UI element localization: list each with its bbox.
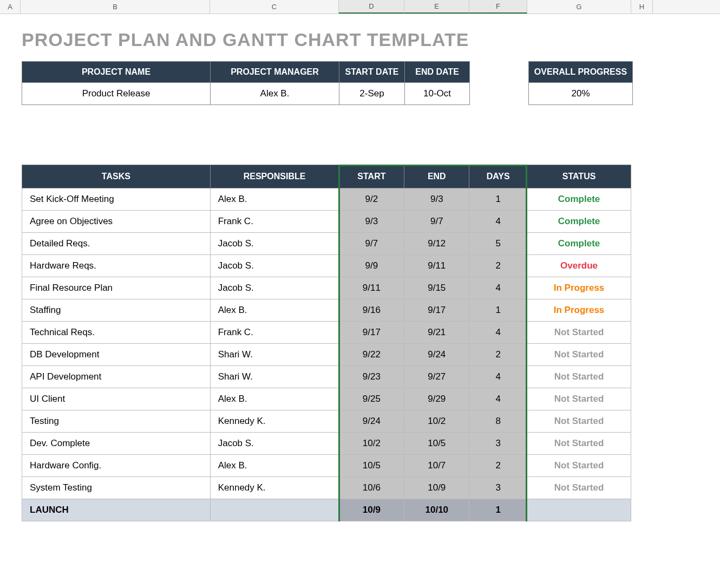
header-status[interactable]: STATUS: [527, 165, 631, 188]
cell-days[interactable]: 2: [469, 455, 527, 477]
cell-start[interactable]: 9/3: [339, 211, 404, 233]
cell-responsible[interactable]: Frank C.: [210, 322, 339, 344]
cell-days[interactable]: 4: [469, 322, 527, 344]
cell-end[interactable]: 9/21: [404, 322, 469, 344]
cell-task[interactable]: LAUNCH: [22, 499, 211, 521]
column-header-d[interactable]: D: [339, 0, 404, 14]
cell-days[interactable]: 8: [469, 410, 527, 433]
cell-start[interactable]: 9/24: [339, 410, 404, 433]
cell-responsible[interactable]: Jacob S.: [210, 255, 339, 277]
cell-status[interactable]: Not Started: [527, 344, 631, 366]
header-start[interactable]: START: [339, 165, 404, 188]
cell-end[interactable]: 9/24: [404, 344, 469, 366]
cell-responsible[interactable]: Kennedy K.: [210, 410, 339, 433]
cell-status[interactable]: Not Started: [527, 477, 631, 499]
cell-start[interactable]: 10/2: [339, 433, 404, 455]
cell-project-manager[interactable]: Alex B.: [211, 83, 339, 105]
cell-end[interactable]: 9/3: [404, 188, 469, 211]
cell-end[interactable]: 10/9: [404, 477, 469, 499]
cell-end[interactable]: 10/5: [404, 433, 469, 455]
cell-project-name[interactable]: Product Release: [22, 83, 211, 105]
cell-days[interactable]: 5: [469, 233, 527, 255]
cell-status[interactable]: Not Started: [527, 433, 631, 455]
cell-status[interactable]: In Progress: [527, 299, 631, 322]
cell-responsible[interactable]: Jacob S.: [210, 277, 339, 299]
cell-start[interactable]: 9/7: [339, 233, 404, 255]
column-header-b[interactable]: B: [21, 0, 210, 14]
header-overall-progress[interactable]: OVERALL PROGRESS: [529, 62, 633, 83]
cell-start[interactable]: 9/25: [339, 388, 404, 410]
cell-task[interactable]: Final Resource Plan: [22, 277, 211, 299]
cell-task[interactable]: Detailed Reqs.: [22, 233, 211, 255]
cell-start[interactable]: 9/16: [339, 299, 404, 322]
cell-end[interactable]: 9/29: [404, 388, 469, 410]
cell-task[interactable]: Hardware Config.: [22, 455, 211, 477]
cell-task[interactable]: System Testing: [22, 477, 211, 499]
cell-start[interactable]: 9/22: [339, 344, 404, 366]
cell-start[interactable]: 10/6: [339, 477, 404, 499]
cell-responsible[interactable]: Frank C.: [210, 211, 339, 233]
column-header-a[interactable]: A: [0, 0, 21, 14]
cell-task[interactable]: Hardware Reqs.: [22, 255, 211, 277]
cell-start[interactable]: 9/17: [339, 322, 404, 344]
column-header-h[interactable]: H: [631, 0, 653, 14]
cell-responsible[interactable]: Jacob S.: [210, 433, 339, 455]
header-project-manager[interactable]: PROJECT MANAGER: [211, 62, 339, 83]
cell-status[interactable]: Not Started: [527, 455, 631, 477]
cell-task[interactable]: DB Development: [22, 344, 211, 366]
cell-days[interactable]: 4: [469, 211, 527, 233]
cell-status[interactable]: In Progress: [527, 277, 631, 299]
cell-status[interactable]: Not Started: [527, 366, 631, 388]
header-project-name[interactable]: PROJECT NAME: [22, 62, 211, 83]
header-end-date[interactable]: END DATE: [405, 62, 470, 83]
column-header-f[interactable]: F: [469, 0, 527, 14]
cell-days[interactable]: 4: [469, 366, 527, 388]
cell-start[interactable]: 9/23: [339, 366, 404, 388]
header-responsible[interactable]: RESPONSIBLE: [210, 165, 339, 188]
cell-task[interactable]: Set Kick-Off Meeting: [22, 188, 211, 211]
cell-responsible[interactable]: Shari W.: [210, 344, 339, 366]
cell-start-date[interactable]: 2-Sep: [339, 83, 405, 105]
cell-task[interactable]: Testing: [22, 410, 211, 433]
cell-end[interactable]: 10/10: [404, 499, 469, 521]
cell-responsible[interactable]: Alex B.: [210, 455, 339, 477]
cell-overall-progress[interactable]: 20%: [529, 83, 633, 105]
cell-start[interactable]: 9/9: [339, 255, 404, 277]
cell-end[interactable]: 9/17: [404, 299, 469, 322]
column-header-e[interactable]: E: [404, 0, 469, 14]
cell-status[interactable]: Not Started: [527, 410, 631, 433]
header-tasks[interactable]: TASKS: [22, 165, 211, 188]
cell-task[interactable]: Staffing: [22, 299, 211, 322]
cell-status[interactable]: Complete: [527, 233, 631, 255]
cell-end[interactable]: 9/15: [404, 277, 469, 299]
cell-task[interactable]: Dev. Complete: [22, 433, 211, 455]
cell-start[interactable]: 9/11: [339, 277, 404, 299]
column-header-g[interactable]: G: [527, 0, 631, 14]
cell-days[interactable]: 1: [469, 299, 527, 322]
cell-responsible[interactable]: Shari W.: [210, 366, 339, 388]
cell-start[interactable]: 9/2: [339, 188, 404, 211]
cell-responsible[interactable]: Kennedy K.: [210, 477, 339, 499]
cell-end[interactable]: 9/7: [404, 211, 469, 233]
cell-end[interactable]: 9/27: [404, 366, 469, 388]
header-end[interactable]: END: [404, 165, 469, 188]
cell-end-date[interactable]: 10-Oct: [405, 83, 470, 105]
cell-task[interactable]: Agree on Objectives: [22, 211, 211, 233]
cell-days[interactable]: 2: [469, 255, 527, 277]
cell-status[interactable]: Not Started: [527, 388, 631, 410]
column-header-c[interactable]: C: [210, 0, 339, 14]
cell-start[interactable]: 10/5: [339, 455, 404, 477]
header-days[interactable]: DAYS: [469, 165, 527, 188]
cell-start[interactable]: 10/9: [339, 499, 404, 521]
cell-task[interactable]: Technical Reqs.: [22, 322, 211, 344]
spreadsheet-content[interactable]: PROJECT PLAN AND GANTT CHART TEMPLATE PR…: [0, 14, 720, 521]
cell-status[interactable]: Not Started: [527, 322, 631, 344]
cell-end[interactable]: 9/12: [404, 233, 469, 255]
cell-days[interactable]: 2: [469, 344, 527, 366]
cell-responsible[interactable]: Alex B.: [210, 388, 339, 410]
cell-days[interactable]: 1: [469, 499, 527, 521]
cell-responsible[interactable]: Alex B.: [210, 299, 339, 322]
cell-status[interactable]: Complete: [527, 188, 631, 211]
cell-responsible[interactable]: Alex B.: [210, 188, 339, 211]
cell-status[interactable]: Complete: [527, 211, 631, 233]
